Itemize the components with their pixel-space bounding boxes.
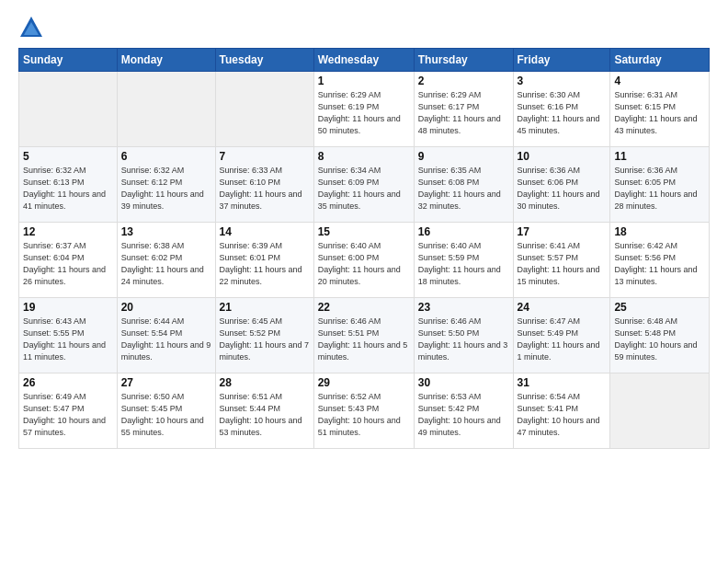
cell-info: Sunrise: 6:51 AMSunset: 5:44 PMDaylight:… xyxy=(220,392,302,437)
calendar-cell xyxy=(215,72,313,147)
calendar-cell: 22Sunrise: 6:46 AMSunset: 5:51 PMDayligh… xyxy=(313,298,414,373)
calendar-cell: 9Sunrise: 6:35 AMSunset: 6:08 PMDaylight… xyxy=(414,147,513,223)
day-number: 17 xyxy=(518,225,607,238)
cell-info: Sunrise: 6:35 AMSunset: 6:08 PMDaylight:… xyxy=(418,166,501,211)
day-number: 19 xyxy=(23,301,113,314)
day-number: 22 xyxy=(318,301,410,314)
weekday-header: Wednesday xyxy=(313,49,414,72)
cell-info: Sunrise: 6:44 AMSunset: 5:54 PMDaylight:… xyxy=(121,316,211,362)
day-number: 13 xyxy=(121,225,211,238)
calendar-cell: 1Sunrise: 6:29 AMSunset: 6:19 PMDaylight… xyxy=(313,72,414,147)
weekday-header: Friday xyxy=(513,49,610,72)
cell-info: Sunrise: 6:52 AMSunset: 5:43 PMDaylight:… xyxy=(318,392,401,437)
cell-info: Sunrise: 6:36 AMSunset: 6:05 PMDaylight:… xyxy=(614,166,697,211)
calendar-cell: 25Sunrise: 6:48 AMSunset: 5:48 PMDayligh… xyxy=(610,298,710,373)
day-number: 9 xyxy=(418,150,509,163)
cell-info: Sunrise: 6:30 AMSunset: 6:16 PMDaylight:… xyxy=(518,90,600,135)
cell-info: Sunrise: 6:29 AMSunset: 6:19 PMDaylight:… xyxy=(318,90,401,135)
calendar-cell: 12Sunrise: 6:37 AMSunset: 6:04 PMDayligh… xyxy=(19,223,118,298)
cell-info: Sunrise: 6:36 AMSunset: 6:06 PMDaylight:… xyxy=(518,166,600,211)
calendar-cell: 10Sunrise: 6:36 AMSunset: 6:06 PMDayligh… xyxy=(513,147,610,223)
calendar-cell: 14Sunrise: 6:39 AMSunset: 6:01 PMDayligh… xyxy=(215,223,313,298)
cell-info: Sunrise: 6:39 AMSunset: 6:01 PMDaylight:… xyxy=(220,241,302,286)
day-number: 21 xyxy=(220,301,310,314)
calendar-cell: 26Sunrise: 6:49 AMSunset: 5:47 PMDayligh… xyxy=(19,373,118,449)
calendar-cell: 3Sunrise: 6:30 AMSunset: 6:16 PMDaylight… xyxy=(513,72,610,147)
weekday-header: Monday xyxy=(117,49,215,72)
cell-info: Sunrise: 6:54 AMSunset: 5:41 PMDaylight:… xyxy=(518,392,600,437)
day-number: 3 xyxy=(518,75,607,87)
cell-info: Sunrise: 6:42 AMSunset: 5:56 PMDaylight:… xyxy=(614,241,697,286)
cell-info: Sunrise: 6:48 AMSunset: 5:48 PMDaylight:… xyxy=(614,316,697,362)
weekday-header: Thursday xyxy=(414,49,513,72)
day-number: 27 xyxy=(121,376,211,389)
calendar-cell: 17Sunrise: 6:41 AMSunset: 5:57 PMDayligh… xyxy=(513,223,610,298)
calendar-cell: 7Sunrise: 6:33 AMSunset: 6:10 PMDaylight… xyxy=(215,147,313,223)
calendar-cell: 2Sunrise: 6:29 AMSunset: 6:17 PMDaylight… xyxy=(414,72,513,147)
page: SundayMondayTuesdayWednesdayThursdayFrid… xyxy=(0,0,728,563)
day-number: 10 xyxy=(518,150,607,163)
cell-info: Sunrise: 6:43 AMSunset: 5:55 PMDaylight:… xyxy=(23,316,106,362)
day-number: 8 xyxy=(318,150,410,163)
cell-info: Sunrise: 6:47 AMSunset: 5:49 PMDaylight:… xyxy=(518,316,600,362)
calendar-cell xyxy=(117,72,215,147)
calendar-cell: 13Sunrise: 6:38 AMSunset: 6:02 PMDayligh… xyxy=(117,223,215,298)
weekday-header-row: SundayMondayTuesdayWednesdayThursdayFrid… xyxy=(19,49,710,72)
day-number: 14 xyxy=(220,225,310,238)
calendar-week-row: 5Sunrise: 6:32 AMSunset: 6:13 PMDaylight… xyxy=(19,147,710,223)
calendar-week-row: 1Sunrise: 6:29 AMSunset: 6:19 PMDaylight… xyxy=(19,72,710,147)
day-number: 6 xyxy=(121,150,211,163)
day-number: 4 xyxy=(614,75,705,87)
calendar-cell: 19Sunrise: 6:43 AMSunset: 5:55 PMDayligh… xyxy=(19,298,118,373)
header xyxy=(18,15,710,40)
day-number: 11 xyxy=(614,150,705,163)
calendar-cell: 31Sunrise: 6:54 AMSunset: 5:41 PMDayligh… xyxy=(513,373,610,449)
weekday-header: Tuesday xyxy=(215,49,313,72)
day-number: 16 xyxy=(418,225,509,238)
calendar-cell xyxy=(610,373,710,449)
weekday-header: Saturday xyxy=(610,49,710,72)
day-number: 31 xyxy=(518,376,607,389)
calendar-cell: 6Sunrise: 6:32 AMSunset: 6:12 PMDaylight… xyxy=(117,147,215,223)
cell-info: Sunrise: 6:40 AMSunset: 5:59 PMDaylight:… xyxy=(418,241,501,286)
day-number: 23 xyxy=(418,301,509,314)
day-number: 5 xyxy=(23,150,113,163)
calendar-cell: 21Sunrise: 6:45 AMSunset: 5:52 PMDayligh… xyxy=(215,298,313,373)
calendar-cell: 27Sunrise: 6:50 AMSunset: 5:45 PMDayligh… xyxy=(117,373,215,449)
calendar-cell: 23Sunrise: 6:46 AMSunset: 5:50 PMDayligh… xyxy=(414,298,513,373)
calendar-cell: 24Sunrise: 6:47 AMSunset: 5:49 PMDayligh… xyxy=(513,298,610,373)
day-number: 15 xyxy=(318,225,410,238)
calendar-cell: 28Sunrise: 6:51 AMSunset: 5:44 PMDayligh… xyxy=(215,373,313,449)
logo xyxy=(18,15,48,40)
calendar-cell: 18Sunrise: 6:42 AMSunset: 5:56 PMDayligh… xyxy=(610,223,710,298)
day-number: 25 xyxy=(614,301,705,314)
calendar: SundayMondayTuesdayWednesdayThursdayFrid… xyxy=(18,48,710,449)
cell-info: Sunrise: 6:46 AMSunset: 5:50 PMDaylight:… xyxy=(418,316,508,362)
calendar-cell: 29Sunrise: 6:52 AMSunset: 5:43 PMDayligh… xyxy=(313,373,414,449)
calendar-cell: 30Sunrise: 6:53 AMSunset: 5:42 PMDayligh… xyxy=(414,373,513,449)
logo-icon xyxy=(18,15,44,40)
cell-info: Sunrise: 6:45 AMSunset: 5:52 PMDaylight:… xyxy=(220,316,310,362)
day-number: 7 xyxy=(220,150,310,163)
calendar-cell: 16Sunrise: 6:40 AMSunset: 5:59 PMDayligh… xyxy=(414,223,513,298)
calendar-week-row: 19Sunrise: 6:43 AMSunset: 5:55 PMDayligh… xyxy=(19,298,710,373)
cell-info: Sunrise: 6:34 AMSunset: 6:09 PMDaylight:… xyxy=(318,166,401,211)
day-number: 29 xyxy=(318,376,410,389)
calendar-cell xyxy=(19,72,118,147)
cell-info: Sunrise: 6:33 AMSunset: 6:10 PMDaylight:… xyxy=(220,166,302,211)
day-number: 30 xyxy=(418,376,509,389)
calendar-cell: 4Sunrise: 6:31 AMSunset: 6:15 PMDaylight… xyxy=(610,72,710,147)
cell-info: Sunrise: 6:53 AMSunset: 5:42 PMDaylight:… xyxy=(418,392,501,437)
cell-info: Sunrise: 6:37 AMSunset: 6:04 PMDaylight:… xyxy=(23,241,106,286)
calendar-cell: 20Sunrise: 6:44 AMSunset: 5:54 PMDayligh… xyxy=(117,298,215,373)
day-number: 18 xyxy=(614,225,705,238)
day-number: 24 xyxy=(518,301,607,314)
cell-info: Sunrise: 6:49 AMSunset: 5:47 PMDaylight:… xyxy=(23,392,106,437)
day-number: 28 xyxy=(220,376,310,389)
cell-info: Sunrise: 6:32 AMSunset: 6:13 PMDaylight:… xyxy=(23,166,106,211)
day-number: 1 xyxy=(318,75,410,87)
cell-info: Sunrise: 6:40 AMSunset: 6:00 PMDaylight:… xyxy=(318,241,401,286)
cell-info: Sunrise: 6:29 AMSunset: 6:17 PMDaylight:… xyxy=(418,90,501,135)
calendar-cell: 8Sunrise: 6:34 AMSunset: 6:09 PMDaylight… xyxy=(313,147,414,223)
cell-info: Sunrise: 6:31 AMSunset: 6:15 PMDaylight:… xyxy=(614,90,697,135)
